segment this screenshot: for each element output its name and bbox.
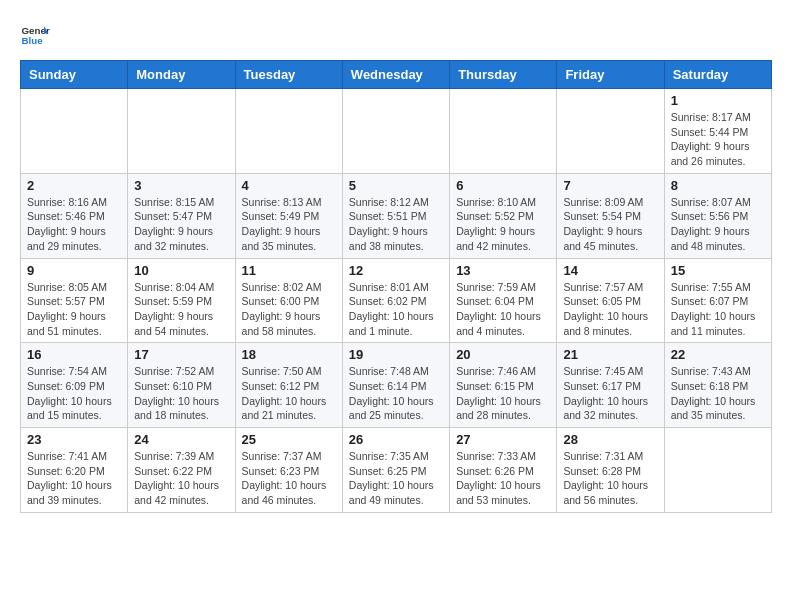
calendar-cell bbox=[557, 89, 664, 174]
week-row-1: 1Sunrise: 8:17 AM Sunset: 5:44 PM Daylig… bbox=[21, 89, 772, 174]
calendar-cell: 17Sunrise: 7:52 AM Sunset: 6:10 PM Dayli… bbox=[128, 343, 235, 428]
day-number: 21 bbox=[563, 347, 657, 362]
day-info: Sunrise: 7:45 AM Sunset: 6:17 PM Dayligh… bbox=[563, 364, 657, 423]
calendar-cell: 25Sunrise: 7:37 AM Sunset: 6:23 PM Dayli… bbox=[235, 428, 342, 513]
day-info: Sunrise: 7:50 AM Sunset: 6:12 PM Dayligh… bbox=[242, 364, 336, 423]
calendar-cell: 18Sunrise: 7:50 AM Sunset: 6:12 PM Dayli… bbox=[235, 343, 342, 428]
calendar-cell: 27Sunrise: 7:33 AM Sunset: 6:26 PM Dayli… bbox=[450, 428, 557, 513]
day-number: 3 bbox=[134, 178, 228, 193]
day-of-week-sunday: Sunday bbox=[21, 61, 128, 89]
day-info: Sunrise: 7:37 AM Sunset: 6:23 PM Dayligh… bbox=[242, 449, 336, 508]
calendar-cell: 2Sunrise: 8:16 AM Sunset: 5:46 PM Daylig… bbox=[21, 173, 128, 258]
day-number: 24 bbox=[134, 432, 228, 447]
day-of-week-monday: Monday bbox=[128, 61, 235, 89]
logo-icon: General Blue bbox=[20, 20, 50, 50]
day-info: Sunrise: 7:41 AM Sunset: 6:20 PM Dayligh… bbox=[27, 449, 121, 508]
day-info: Sunrise: 8:13 AM Sunset: 5:49 PM Dayligh… bbox=[242, 195, 336, 254]
day-info: Sunrise: 8:15 AM Sunset: 5:47 PM Dayligh… bbox=[134, 195, 228, 254]
calendar-cell: 23Sunrise: 7:41 AM Sunset: 6:20 PM Dayli… bbox=[21, 428, 128, 513]
day-number: 9 bbox=[27, 263, 121, 278]
day-info: Sunrise: 8:07 AM Sunset: 5:56 PM Dayligh… bbox=[671, 195, 765, 254]
day-info: Sunrise: 8:02 AM Sunset: 6:00 PM Dayligh… bbox=[242, 280, 336, 339]
day-number: 14 bbox=[563, 263, 657, 278]
day-info: Sunrise: 8:17 AM Sunset: 5:44 PM Dayligh… bbox=[671, 110, 765, 169]
calendar-cell bbox=[450, 89, 557, 174]
calendar-cell: 10Sunrise: 8:04 AM Sunset: 5:59 PM Dayli… bbox=[128, 258, 235, 343]
day-number: 13 bbox=[456, 263, 550, 278]
day-of-week-friday: Friday bbox=[557, 61, 664, 89]
calendar-cell: 14Sunrise: 7:57 AM Sunset: 6:05 PM Dayli… bbox=[557, 258, 664, 343]
day-info: Sunrise: 7:55 AM Sunset: 6:07 PM Dayligh… bbox=[671, 280, 765, 339]
day-info: Sunrise: 7:54 AM Sunset: 6:09 PM Dayligh… bbox=[27, 364, 121, 423]
week-row-5: 23Sunrise: 7:41 AM Sunset: 6:20 PM Dayli… bbox=[21, 428, 772, 513]
calendar-cell bbox=[235, 89, 342, 174]
calendar-cell: 22Sunrise: 7:43 AM Sunset: 6:18 PM Dayli… bbox=[664, 343, 771, 428]
calendar-cell: 12Sunrise: 8:01 AM Sunset: 6:02 PM Dayli… bbox=[342, 258, 449, 343]
day-number: 7 bbox=[563, 178, 657, 193]
calendar-cell: 8Sunrise: 8:07 AM Sunset: 5:56 PM Daylig… bbox=[664, 173, 771, 258]
calendar-cell: 19Sunrise: 7:48 AM Sunset: 6:14 PM Dayli… bbox=[342, 343, 449, 428]
calendar-table: SundayMondayTuesdayWednesdayThursdayFrid… bbox=[20, 60, 772, 513]
day-info: Sunrise: 8:12 AM Sunset: 5:51 PM Dayligh… bbox=[349, 195, 443, 254]
day-of-week-tuesday: Tuesday bbox=[235, 61, 342, 89]
calendar-cell: 15Sunrise: 7:55 AM Sunset: 6:07 PM Dayli… bbox=[664, 258, 771, 343]
day-number: 20 bbox=[456, 347, 550, 362]
week-row-3: 9Sunrise: 8:05 AM Sunset: 5:57 PM Daylig… bbox=[21, 258, 772, 343]
calendar-body: 1Sunrise: 8:17 AM Sunset: 5:44 PM Daylig… bbox=[21, 89, 772, 513]
day-info: Sunrise: 8:09 AM Sunset: 5:54 PM Dayligh… bbox=[563, 195, 657, 254]
page-header: General Blue bbox=[20, 20, 772, 50]
calendar-cell: 7Sunrise: 8:09 AM Sunset: 5:54 PM Daylig… bbox=[557, 173, 664, 258]
day-number: 25 bbox=[242, 432, 336, 447]
day-info: Sunrise: 7:43 AM Sunset: 6:18 PM Dayligh… bbox=[671, 364, 765, 423]
calendar-cell: 6Sunrise: 8:10 AM Sunset: 5:52 PM Daylig… bbox=[450, 173, 557, 258]
day-info: Sunrise: 7:59 AM Sunset: 6:04 PM Dayligh… bbox=[456, 280, 550, 339]
day-info: Sunrise: 7:31 AM Sunset: 6:28 PM Dayligh… bbox=[563, 449, 657, 508]
day-number: 23 bbox=[27, 432, 121, 447]
day-number: 10 bbox=[134, 263, 228, 278]
calendar-cell bbox=[21, 89, 128, 174]
week-row-2: 2Sunrise: 8:16 AM Sunset: 5:46 PM Daylig… bbox=[21, 173, 772, 258]
day-number: 2 bbox=[27, 178, 121, 193]
day-info: Sunrise: 8:10 AM Sunset: 5:52 PM Dayligh… bbox=[456, 195, 550, 254]
day-of-week-wednesday: Wednesday bbox=[342, 61, 449, 89]
day-number: 8 bbox=[671, 178, 765, 193]
day-number: 27 bbox=[456, 432, 550, 447]
day-number: 15 bbox=[671, 263, 765, 278]
calendar-cell bbox=[664, 428, 771, 513]
calendar-cell: 16Sunrise: 7:54 AM Sunset: 6:09 PM Dayli… bbox=[21, 343, 128, 428]
calendar-cell: 13Sunrise: 7:59 AM Sunset: 6:04 PM Dayli… bbox=[450, 258, 557, 343]
calendar-cell: 3Sunrise: 8:15 AM Sunset: 5:47 PM Daylig… bbox=[128, 173, 235, 258]
day-info: Sunrise: 8:01 AM Sunset: 6:02 PM Dayligh… bbox=[349, 280, 443, 339]
day-info: Sunrise: 8:04 AM Sunset: 5:59 PM Dayligh… bbox=[134, 280, 228, 339]
logo: General Blue bbox=[20, 20, 54, 50]
calendar-cell: 24Sunrise: 7:39 AM Sunset: 6:22 PM Dayli… bbox=[128, 428, 235, 513]
calendar-cell: 11Sunrise: 8:02 AM Sunset: 6:00 PM Dayli… bbox=[235, 258, 342, 343]
day-number: 12 bbox=[349, 263, 443, 278]
day-number: 28 bbox=[563, 432, 657, 447]
calendar-cell: 21Sunrise: 7:45 AM Sunset: 6:17 PM Dayli… bbox=[557, 343, 664, 428]
day-info: Sunrise: 7:57 AM Sunset: 6:05 PM Dayligh… bbox=[563, 280, 657, 339]
calendar-cell: 20Sunrise: 7:46 AM Sunset: 6:15 PM Dayli… bbox=[450, 343, 557, 428]
calendar-cell bbox=[128, 89, 235, 174]
calendar-cell: 1Sunrise: 8:17 AM Sunset: 5:44 PM Daylig… bbox=[664, 89, 771, 174]
day-number: 16 bbox=[27, 347, 121, 362]
calendar-cell: 9Sunrise: 8:05 AM Sunset: 5:57 PM Daylig… bbox=[21, 258, 128, 343]
day-info: Sunrise: 7:33 AM Sunset: 6:26 PM Dayligh… bbox=[456, 449, 550, 508]
day-number: 6 bbox=[456, 178, 550, 193]
day-number: 22 bbox=[671, 347, 765, 362]
week-row-4: 16Sunrise: 7:54 AM Sunset: 6:09 PM Dayli… bbox=[21, 343, 772, 428]
day-number: 19 bbox=[349, 347, 443, 362]
day-of-week-saturday: Saturday bbox=[664, 61, 771, 89]
day-info: Sunrise: 7:48 AM Sunset: 6:14 PM Dayligh… bbox=[349, 364, 443, 423]
day-number: 17 bbox=[134, 347, 228, 362]
day-info: Sunrise: 7:39 AM Sunset: 6:22 PM Dayligh… bbox=[134, 449, 228, 508]
day-number: 4 bbox=[242, 178, 336, 193]
day-of-week-thursday: Thursday bbox=[450, 61, 557, 89]
day-info: Sunrise: 8:16 AM Sunset: 5:46 PM Dayligh… bbox=[27, 195, 121, 254]
days-of-week-row: SundayMondayTuesdayWednesdayThursdayFrid… bbox=[21, 61, 772, 89]
day-info: Sunrise: 8:05 AM Sunset: 5:57 PM Dayligh… bbox=[27, 280, 121, 339]
day-info: Sunrise: 7:46 AM Sunset: 6:15 PM Dayligh… bbox=[456, 364, 550, 423]
day-number: 5 bbox=[349, 178, 443, 193]
calendar-cell: 26Sunrise: 7:35 AM Sunset: 6:25 PM Dayli… bbox=[342, 428, 449, 513]
day-number: 1 bbox=[671, 93, 765, 108]
